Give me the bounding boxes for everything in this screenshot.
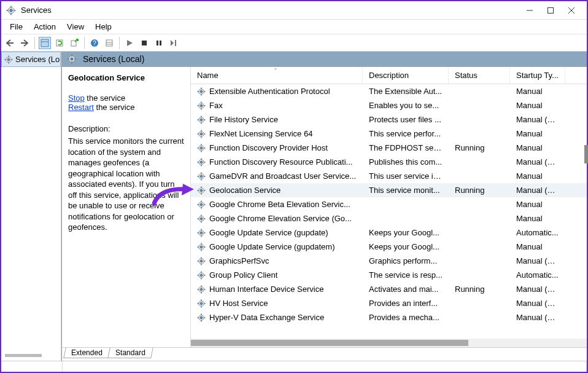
service-row[interactable]: Geolocation ServiceThis service monit...… [191, 183, 587, 197]
service-row[interactable]: Google Chrome Beta Elevation Servic...Ma… [191, 197, 587, 211]
status-bar [1, 361, 587, 372]
menu-view[interactable]: View [62, 21, 89, 33]
service-status [449, 119, 510, 121]
service-icon [197, 257, 206, 265]
service-row[interactable]: Human Interface Device ServiceActivates … [191, 282, 587, 296]
description-text: This service monitors the current locati… [68, 136, 184, 233]
service-row[interactable]: Hyper-V Data Exchange ServiceProvides a … [191, 310, 587, 324]
service-status [449, 316, 510, 319]
service-status [449, 260, 510, 262]
service-description: Protects user files ... [363, 114, 449, 125]
export-button[interactable] [68, 37, 80, 49]
pane-title: Services (Local) [83, 54, 144, 64]
service-description: Provides a mecha... [363, 312, 449, 323]
service-name: Google Chrome Elevation Service (Go... [209, 214, 352, 223]
menu-file[interactable]: File [5, 21, 28, 33]
service-description: Enables you to se... [363, 100, 449, 111]
tab-extended[interactable]: Extended [63, 348, 110, 358]
restart-service-button[interactable] [168, 37, 180, 49]
service-row[interactable]: GameDVR and Broadcast User Service...Thi… [191, 169, 587, 183]
service-startup: Manual (Tr... [510, 184, 565, 196]
service-name: Google Update Service (gupdatem) [209, 242, 335, 251]
app-icon [6, 6, 16, 15]
service-name: GameDVR and Broadcast User Service... [209, 171, 356, 181]
description-label: Description: [68, 124, 184, 133]
header-icon [67, 54, 77, 64]
column-status[interactable]: Status [449, 67, 510, 84]
service-row[interactable]: File History ServiceProtects user files … [191, 112, 587, 127]
service-description: This service monit... [363, 184, 449, 196]
services-icon [4, 55, 13, 64]
tab-standard[interactable]: Standard [107, 348, 153, 358]
back-button[interactable] [4, 37, 16, 49]
vertical-scroll-indicator[interactable] [584, 145, 588, 163]
maximize-button[interactable] [546, 6, 555, 15]
selected-service-name: Geolocation Service [68, 73, 184, 82]
tree-label: Services (Lo [15, 55, 60, 64]
column-headers: Name Description Status Startup Ty... [191, 67, 587, 84]
service-startup: Manual [510, 85, 565, 97]
service-description [363, 203, 449, 206]
service-row[interactable]: HV Host ServiceProvides an interf...Manu… [191, 296, 587, 310]
column-name[interactable]: Name [191, 67, 363, 84]
service-startup: Automatic... [510, 269, 565, 281]
svg-text:?: ? [93, 40, 96, 47]
service-startup: Manual (Tr... [510, 297, 565, 309]
service-row[interactable]: Google Update Service (gupdate)Keeps you… [191, 226, 587, 240]
properties-button[interactable] [103, 37, 115, 49]
service-row[interactable]: FaxEnables you to se...Manual [191, 98, 587, 112]
service-row[interactable]: Function Discovery Resource Publicati...… [191, 155, 587, 169]
stop-service-button[interactable] [138, 37, 150, 49]
service-status: Running [449, 184, 510, 196]
service-icon [197, 130, 206, 138]
service-status: Running [449, 283, 510, 295]
service-row[interactable]: Extensible Authentication ProtocolThe Ex… [191, 84, 587, 98]
service-startup: Manual [510, 128, 565, 139]
column-description[interactable]: Description [363, 67, 449, 84]
menu-bar: File Action View Help [1, 20, 587, 34]
service-startup: Manual [510, 142, 565, 154]
tree-root-services[interactable]: Services (Lo [1, 52, 61, 67]
service-icon [197, 116, 206, 124]
menu-help[interactable]: Help [90, 21, 117, 33]
svg-rect-16 [106, 40, 112, 46]
service-name: File History Service [209, 115, 278, 124]
service-icon [197, 186, 206, 195]
right-pane: Services (Local) Geolocation Service Sto… [61, 52, 587, 361]
window-title: Services [21, 6, 525, 15]
service-name: Function Discovery Resource Publicati... [209, 157, 352, 167]
stop-link[interactable]: Stop [68, 93, 85, 103]
help-button[interactable]: ? [88, 37, 101, 49]
svg-rect-7 [548, 7, 554, 13]
service-row[interactable]: GraphicsPerfSvcGraphics perform...Manual… [191, 254, 587, 268]
service-status [449, 203, 510, 206]
service-icon [197, 144, 206, 152]
start-service-button[interactable] [123, 37, 136, 49]
service-rows: Extensible Authentication ProtocolThe Ex… [191, 84, 587, 347]
service-row[interactable]: Google Update Service (gupdatem)Keeps yo… [191, 240, 587, 254]
service-description: This service perfor... [363, 128, 449, 139]
stop-suffix: the service [85, 93, 125, 103]
tree-pane: Services (Lo [1, 52, 61, 361]
service-row[interactable]: Group Policy ClientThe service is resp..… [191, 268, 587, 282]
service-status [449, 246, 510, 248]
service-status [449, 175, 510, 178]
close-button[interactable] [567, 6, 576, 15]
service-icon [197, 200, 206, 209]
restart-link[interactable]: Restart [68, 103, 94, 112]
show-hide-button[interactable] [39, 37, 51, 49]
service-name: Hyper-V Data Exchange Service [209, 313, 324, 322]
service-startup: Manual (Tr... [510, 156, 565, 168]
service-description: The service is resp... [363, 269, 449, 281]
service-row[interactable]: Google Chrome Elevation Service (Go...Ma… [191, 211, 587, 226]
pause-service-button[interactable] [153, 37, 165, 49]
service-row[interactable]: Function Discovery Provider HostThe FDPH… [191, 141, 587, 155]
forward-button[interactable] [18, 37, 31, 49]
column-startup[interactable]: Startup Ty... [510, 67, 565, 84]
minimize-button[interactable] [525, 6, 534, 15]
horizontal-scrollbar[interactable] [191, 339, 587, 347]
refresh-button[interactable] [53, 37, 66, 49]
service-status: Running [449, 142, 510, 154]
service-row[interactable]: FlexNet Licensing Service 64This service… [191, 127, 587, 141]
menu-action[interactable]: Action [29, 21, 61, 33]
